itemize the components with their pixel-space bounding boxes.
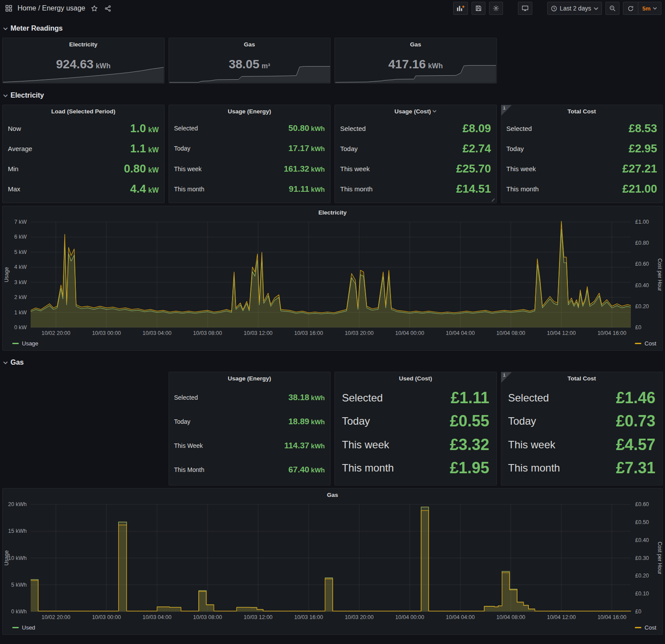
stat-label: This week	[174, 165, 202, 172]
stat-label: This month	[508, 462, 560, 474]
panel-elec-usage-energy: Usage (Energy) Selected50.80kWhToday17.1…	[169, 105, 331, 203]
star-icon[interactable]	[90, 4, 99, 13]
panel-title[interactable]: Usage (Energy)	[169, 105, 331, 117]
stat-row: Selected£8.09	[340, 118, 491, 138]
stat-label: This Month	[174, 466, 204, 473]
stat-value: £21.00	[622, 182, 657, 196]
svg-text:10/04 16:00: 10/04 16:00	[598, 330, 626, 336]
save-dashboard-button[interactable]	[471, 2, 486, 15]
time-range-label: Last 2 days	[560, 5, 591, 12]
legend-cost[interactable]: Cost	[635, 340, 656, 347]
panel-title[interactable]: Gas	[3, 489, 662, 501]
stat-row: Now1.0kW	[8, 118, 159, 138]
stat-value: £2.95	[629, 142, 657, 155]
svg-text:4 kW: 4 kW	[14, 264, 27, 270]
svg-text:10/03 08:00: 10/03 08:00	[193, 614, 222, 620]
svg-text:10/04 00:00: 10/04 00:00	[395, 614, 424, 620]
stat-label: This week	[342, 439, 389, 451]
svg-text:£1.00: £1.00	[635, 219, 649, 225]
info-corner-icon[interactable]: i	[501, 105, 512, 116]
stat-value: 17.17kWh	[289, 144, 325, 153]
stat-row: Today£2.74	[340, 138, 491, 158]
panel-title[interactable]: Electricity	[3, 38, 164, 50]
stat-label: This month	[342, 462, 394, 474]
stat-value: £1.46	[616, 389, 655, 407]
svg-text:0 kWh: 0 kWh	[11, 609, 27, 615]
stat-row: Selected50.80kWh	[174, 118, 325, 138]
stat-row: This week£25.70	[340, 159, 491, 179]
svg-text:Cost per Hour: Cost per Hour	[657, 258, 662, 291]
panel-title[interactable]: Usage (Energy)	[169, 372, 331, 384]
stat-row: This week£27.21	[507, 159, 658, 179]
svg-text:£0.50: £0.50	[635, 519, 649, 525]
stat-value: £4.57	[616, 436, 655, 454]
sparkline	[3, 63, 164, 83]
chevron-down-icon	[433, 110, 436, 113]
stat-row: Selected£8.53	[507, 118, 658, 138]
legend-cost[interactable]: Cost	[635, 624, 656, 631]
svg-text:5 kWh: 5 kWh	[11, 582, 27, 588]
legend-used[interactable]: Used	[12, 624, 35, 631]
svg-text:10/04 04:00: 10/04 04:00	[446, 614, 475, 620]
panel-elec-usage-cost: Usage (Cost) Selected£8.09Today£2.74This…	[334, 105, 497, 203]
panel-elec-load: Load (Selected Period) Now1.0kWAverage1.…	[2, 105, 165, 203]
gas-chart[interactable]: 0 kWh5 kWh10 kWh15 kWh20 kWh10/02 20:001…	[3, 501, 662, 623]
stat-row: Average1.1kW	[8, 138, 159, 158]
panel-title[interactable]: Usage (Cost)	[335, 105, 496, 117]
stat-value: £14.51	[456, 182, 491, 196]
panel-title[interactable]: Load (Selected Period)	[3, 105, 164, 117]
refresh-group: 5m	[623, 2, 661, 15]
legend-usage[interactable]: Usage	[12, 340, 39, 347]
stat-row: Today£0.55	[342, 410, 489, 433]
svg-text:10 kWh: 10 kWh	[8, 555, 27, 561]
panel-title[interactable]: Total Cost	[501, 372, 663, 384]
panel-title[interactable]: Gas	[169, 38, 331, 50]
stat-row: This month91.11kWh	[174, 179, 325, 199]
svg-text:10/03 20:00: 10/03 20:00	[345, 614, 373, 620]
stat-value: 50.80kWh	[289, 123, 325, 133]
stat-label: Selected	[508, 392, 549, 404]
stat-value: £7.31	[616, 459, 655, 477]
stat-row: This Month67.40kWh	[174, 457, 325, 482]
section-meter-readings[interactable]: Meter Readings	[3, 22, 663, 35]
zoom-out-time-button[interactable]	[605, 2, 619, 15]
refresh-interval-dropdown[interactable]: 5m	[638, 2, 661, 14]
stat-row: Today£0.73	[508, 410, 656, 433]
svg-text:15 kWh: 15 kWh	[8, 528, 27, 534]
stat-value: 0.80kW	[124, 162, 159, 176]
panel-title[interactable]: Gas	[335, 38, 496, 50]
panel-title[interactable]: Total Cost	[501, 105, 663, 117]
stat-value: £27.21	[622, 162, 657, 176]
section-gas[interactable]: Gas	[3, 356, 663, 369]
stat-label: Selected	[342, 392, 383, 404]
stat-label: Selected	[174, 125, 198, 132]
stat-value: £0.73	[616, 412, 655, 430]
panel-title[interactable]: Electricity	[3, 206, 662, 218]
svg-text:£0.10: £0.10	[635, 591, 649, 597]
info-corner-icon[interactable]: i	[501, 372, 512, 383]
stat-label: This Week	[174, 442, 203, 449]
chevron-down-icon	[594, 7, 598, 10]
panel-title[interactable]: Used (Cost)	[335, 372, 496, 384]
kiosk-mode-button[interactable]	[518, 2, 532, 15]
stat-value: 114.37kWh	[284, 441, 325, 450]
svg-text:£0: £0	[635, 324, 641, 331]
add-panel-button[interactable]	[453, 2, 468, 15]
electricity-chart[interactable]: 0 kW1 kW2 kW3 kW4 kW5 kW6 kW7 kW10/02 20…	[3, 218, 662, 339]
share-icon[interactable]	[103, 4, 113, 13]
refresh-button[interactable]	[623, 2, 638, 14]
breadcrumb[interactable]: Home / Energy usage	[18, 4, 85, 12]
time-range-picker[interactable]: Last 2 days	[547, 2, 602, 15]
stat-label: This month	[507, 185, 539, 193]
section-electricity[interactable]: Electricity	[3, 89, 663, 102]
chevron-down-icon	[3, 361, 8, 364]
dashboard-settings-button[interactable]	[489, 2, 503, 15]
stat-label: This month	[174, 186, 204, 193]
stat-row: Today17.17kWh	[174, 138, 325, 158]
svg-text:10/03 12:00: 10/03 12:00	[244, 330, 273, 336]
stat-row: This Week114.37kWh	[174, 433, 325, 457]
svg-text:10/03 12:00: 10/03 12:00	[244, 614, 273, 620]
stat-label: Today	[342, 415, 370, 427]
stat-label: Min	[8, 165, 18, 172]
apps-grid-icon[interactable]	[4, 4, 13, 13]
